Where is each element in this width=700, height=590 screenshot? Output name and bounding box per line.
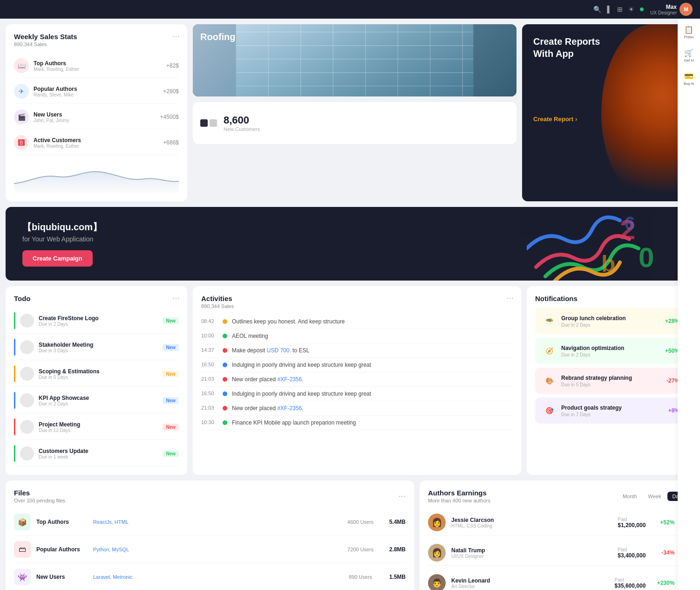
panel-item-geth[interactable]: 🛒 Get H [684, 48, 694, 62]
activity-dot [223, 391, 227, 396]
todo-options[interactable]: ⋯ [172, 294, 180, 302]
customers-label: New Customers [224, 126, 260, 132]
roofing-label: Roofing [200, 32, 236, 42]
file-name: New Users [36, 574, 88, 580]
todo-name: Stakeholder Meeting [39, 342, 163, 348]
todo-info: KPI App Showcase Due in 2 Days [39, 395, 163, 406]
todo-badge: New [163, 317, 179, 324]
todo-name: Create FireStone Logo [39, 315, 163, 322]
stat-icon: 🅱 [14, 135, 29, 150]
stat-sub: Mark, Rowling, Esther [34, 67, 166, 72]
activity-list: 08:42 Outlines keep you honest. And keep… [201, 315, 513, 430]
files-card: Files Over 100 pending files ⋯ 📦 Top Aut… [6, 480, 414, 590]
brightness-icon[interactable]: ☀ [628, 6, 634, 13]
period-btn-month[interactable]: Month [618, 492, 642, 501]
file-item: 📦 Top Authors ReactJs, HTML 4600 Users 5… [14, 509, 406, 535]
stat-value: +686$ [163, 139, 179, 146]
todo-item: Stakeholder Meeting Due in 3 Days New [14, 335, 179, 360]
stat-icon: ✈ [14, 84, 29, 99]
todo-due: Due in 3 Days [39, 348, 163, 353]
todo-name: KPI App Showcase [39, 395, 163, 401]
author-item: 👩 Jessie Clarcson HTML, CSS Coding Paid … [428, 510, 686, 535]
create-campaign-button[interactable]: Create Campaign [22, 250, 93, 267]
file-icon: 🗃 [14, 541, 31, 558]
activity-link[interactable]: #XF-2356. [277, 405, 303, 412]
activity-dot [223, 377, 227, 382]
activity-time: 21:03 [201, 376, 218, 382]
activities-options[interactable]: ⋯ [506, 294, 514, 302]
author-amount: $3,400,000 [618, 552, 646, 559]
todo-avatar [20, 367, 34, 381]
notif-icon: 🧭 [542, 343, 557, 358]
stat-item: 📖 Top Authors Mark, Rowling, Esther +82$ [14, 54, 179, 78]
todo-badge: New [163, 344, 179, 351]
todo-bar [14, 312, 15, 329]
reports-title: Create ReportsWith App [533, 35, 600, 60]
activity-item: 21:03 New order placed #XF-2356. [201, 372, 513, 387]
customers-squares [200, 119, 217, 127]
activity-item: 08:42 Outlines keep you honest. And keep… [201, 315, 513, 329]
earnings-title: Authors Earnings [428, 489, 490, 497]
author-info: Natali Trump UI/UX Designer [451, 547, 612, 559]
panel-item-prebu[interactable]: 📋 Prebu [684, 25, 693, 39]
activity-text: AEOL meeting [232, 333, 513, 339]
notif-icon: 🥗 [542, 314, 557, 329]
todo-card: Todo ⋯ Create FireStone Logo Due in 2 Da… [6, 286, 187, 475]
author-name: Jessie Clarcson [451, 517, 612, 523]
notif-info: Navigation optimization Due in 2 Days [561, 345, 660, 357]
create-report-link[interactable]: Create Report › [533, 116, 600, 123]
panel-item-buyn[interactable]: 💳 Buy N [684, 72, 694, 86]
activity-time: 16:50 [201, 362, 218, 367]
grid-icon[interactable]: ⊞ [617, 6, 623, 13]
todo-bar [14, 418, 15, 435]
notif-info: Product goals strategy Due in 7 Days [561, 405, 664, 417]
author-role: Art Director [451, 584, 609, 589]
author-item: 👩 Natali Trump UI/UX Designer Paid $3,40… [428, 540, 686, 566]
file-users: 890 Users [344, 574, 377, 580]
notif-sub: Due in 7 Days [561, 412, 664, 417]
todo-info: Project Meeting Due in 12 Days [39, 421, 163, 433]
todo-list: Create FireStone Logo Due in 2 Days New … [14, 308, 179, 467]
todo-bar [14, 339, 15, 356]
reports-card: Create ReportsWith App Create Report › [522, 24, 694, 201]
files-list: 📦 Top Authors ReactJs, HTML 4600 Users 5… [14, 509, 406, 590]
notif-icon: 🎯 [542, 403, 557, 418]
todo-avatar [20, 393, 34, 407]
paid-label: Paid [615, 577, 646, 583]
user-name: Max [650, 4, 677, 10]
todo-item: Scoping & Estimations Due in 5 Days New [14, 361, 179, 387]
files-options[interactable]: ⋯ [398, 492, 406, 501]
file-icon: 📦 [14, 514, 31, 530]
customers-card: 8,600 New Customers [193, 102, 517, 144]
search-icon[interactable]: 🔍 [593, 6, 601, 13]
todo-badge: New [163, 450, 179, 457]
notif-sub: Due in 2 Days [561, 322, 660, 328]
weekly-sales-options[interactable]: ⋯ [172, 32, 180, 41]
stat-sub: Mark, Rowling, Esther [34, 144, 163, 149]
files-subtitle: Over 100 pending files [14, 498, 65, 503]
stat-info: New Users John, Pat, Jimmy [34, 111, 160, 123]
activity-text: Indulging in poorly driving and keep str… [232, 362, 513, 368]
notification-item: 🎯 Product goals strategy Due in 7 Days +… [535, 398, 686, 424]
author-avatar: 👨 [428, 574, 446, 590]
arrow-right-icon: › [575, 116, 577, 123]
activity-text: Finance KPI Mobile app launch preparion … [232, 419, 513, 426]
activity-link[interactable]: USD 700. [267, 347, 291, 354]
status-dot [640, 7, 644, 11]
todo-bar [14, 392, 15, 409]
notif-info: Group lunch celebration Due in 2 Days [561, 315, 660, 328]
activity-dot [223, 348, 227, 353]
todo-avatar [20, 340, 34, 354]
stat-value: +280$ [163, 88, 179, 95]
weekly-sales-title: Weekly Sales Stats [14, 33, 179, 41]
svg-text:0: 0 [639, 242, 654, 273]
file-name: Top Authors [36, 519, 88, 525]
stat-info: Active Customers Mark, Rowling, Esther [34, 137, 163, 149]
files-title-group: Files Over 100 pending files [14, 489, 65, 503]
activity-link[interactable]: #XF-2356. [277, 376, 303, 383]
activities-title: Activities [201, 295, 513, 302]
campaign-banner: 【biqubiqu.com】 for Your Web Application … [6, 207, 694, 281]
period-btn-week[interactable]: Week [644, 492, 666, 501]
paid-label: Paid [618, 547, 646, 552]
avatar[interactable]: M [680, 3, 693, 16]
